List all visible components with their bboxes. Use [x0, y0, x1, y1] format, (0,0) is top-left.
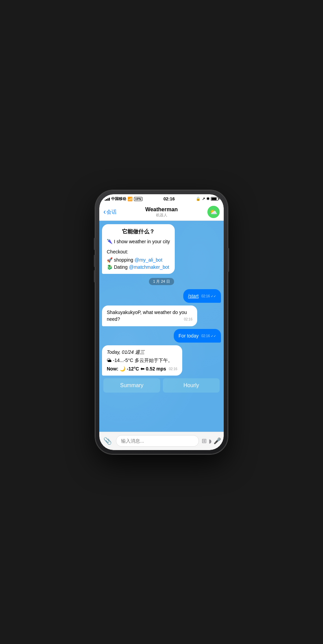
status-left: 中国移动 📶 VPN — [105, 196, 142, 201]
weather-line3: Now: 🌙 -12°C ⬅ 0.52 mps 02:16 — [107, 365, 177, 372]
bot-avatar-icon: ⛅ — [210, 208, 217, 216]
weather-line3-bold: Now: 🌙 -12°C ⬅ 0.52 mps — [107, 366, 166, 371]
message-input[interactable] — [116, 435, 199, 447]
weather-line2: 🌥 -14...-5°C 多云开始于下午。 — [107, 357, 177, 364]
shopping-line: 🚀 shopping @my_ali_bot — [107, 257, 170, 263]
chat-area[interactable]: 它能做什么？ 🌂 I show weather in your city Che… — [99, 221, 224, 432]
quick-replies: Summary Hourly — [102, 378, 221, 393]
start-time: 02:16 ✓✓ — [201, 294, 216, 299]
today-ticks: ✓✓ — [211, 334, 216, 338]
weather-bubble: Today, 01/24 週三 🌥 -14...-5°C 多云开始于下午。 No… — [102, 345, 182, 376]
sticker-icon[interactable]: ⊞ — [202, 437, 207, 445]
today-bubble-wrapper: For today 02:16 ✓✓ — [102, 329, 221, 343]
vpn-badge: VPN — [134, 197, 142, 201]
weather-line1: Today, 01/24 週三 — [107, 349, 177, 356]
phone-inner: 中国移动 📶 VPN 02:16 🔒 ↗ ✱ ‹ 会话 — [99, 194, 224, 450]
lock-icon: 🔒 — [196, 197, 201, 201]
battery-fill — [211, 198, 217, 200]
status-bar: 中国移动 📶 VPN 02:16 🔒 ↗ ✱ — [99, 194, 224, 204]
dating-text: 🐉 Dating — [107, 264, 129, 270]
welcome-title: 它能做什么？ — [107, 228, 170, 235]
clock: 02:16 — [164, 196, 175, 201]
start-bubble-wrapper: /start 02:16 ✓✓ — [102, 289, 221, 303]
checkout-label: Checkout: — [107, 248, 170, 255]
hourly-button[interactable]: Hourly — [163, 378, 220, 393]
question-bubble: ShakuyakukyoP, what weather do you need?… — [102, 306, 197, 326]
status-right: 🔒 ↗ ✱ — [196, 197, 218, 201]
welcome-line1: 🌂 I show weather in your city — [107, 238, 170, 245]
attach-icon[interactable]: 📎 — [102, 435, 113, 446]
nav-right: ⛅ — [196, 206, 220, 218]
weather-bubble-wrapper: Today, 01/24 週三 🌥 -14...-5°C 多云开始于下午。 No… — [102, 345, 221, 376]
bot-avatar[interactable]: ⛅ — [207, 206, 220, 218]
phone-frame: 中国移动 📶 VPN 02:16 🔒 ↗ ✱ ‹ 会话 — [95, 190, 228, 454]
question-time: 02:16 — [184, 317, 192, 322]
date-divider: 1 月 24 日 — [102, 278, 221, 285]
nav-center: Weatherman 机器人 — [127, 207, 196, 218]
signal-bars — [105, 197, 110, 201]
dating-link[interactable]: @matchmaker_bot — [129, 264, 169, 270]
emoji-icon[interactable]: ◗ — [209, 438, 211, 444]
question-bubble-wrapper: ShakuyakukyoP, what weather do you need?… — [102, 306, 221, 326]
welcome-bubble-wrapper: 它能做什么？ 🌂 I show weather in your city Che… — [102, 224, 221, 274]
nav-bar: ‹ 会话 Weatherman 机器人 ⛅ — [99, 204, 224, 221]
question-text: ShakuyakukyoP, what weather do you need? — [107, 310, 187, 322]
summary-button[interactable]: Summary — [103, 378, 160, 393]
chat-title: Weatherman — [127, 207, 196, 213]
today-bubble: For today 02:16 ✓✓ — [174, 329, 221, 343]
date-pill: 1 月 24 日 — [149, 278, 174, 285]
dating-line: 🐉 Dating @matchmaker_bot — [107, 264, 170, 270]
back-button[interactable]: ‹ 会话 — [103, 208, 127, 216]
wifi-icon: 📶 — [128, 197, 133, 201]
welcome-bubble: 它能做什么？ 🌂 I show weather in your city Che… — [102, 224, 175, 274]
today-time: 02:16 ✓✓ — [201, 334, 216, 339]
input-bar: 📎 ⊞ ◗ 🎤 — [99, 432, 224, 450]
carrier-label: 中国移动 — [111, 196, 126, 201]
start-ticks: ✓✓ — [211, 295, 216, 298]
today-text: For today — [178, 333, 199, 338]
bluetooth-icon: ✱ — [206, 197, 209, 201]
location-icon: ↗ — [202, 197, 205, 201]
input-icons: ⊞ ◗ 🎤 — [202, 437, 221, 445]
chat-subtitle: 机器人 — [127, 213, 196, 218]
mic-icon[interactable]: 🎤 — [214, 437, 221, 445]
start-text: /start — [188, 293, 199, 299]
shopping-link[interactable]: @my_ali_bot — [135, 257, 163, 263]
start-bubble: /start 02:16 ✓✓ — [183, 289, 221, 303]
battery-indicator — [211, 197, 218, 201]
screen: 中国移动 📶 VPN 02:16 🔒 ↗ ✱ ‹ 会话 — [99, 194, 224, 450]
weather-time: 02:16 — [169, 367, 177, 372]
back-chevron-icon: ‹ — [103, 208, 106, 216]
back-label: 会话 — [106, 209, 117, 215]
shopping-text: 🚀 shopping — [107, 257, 135, 263]
